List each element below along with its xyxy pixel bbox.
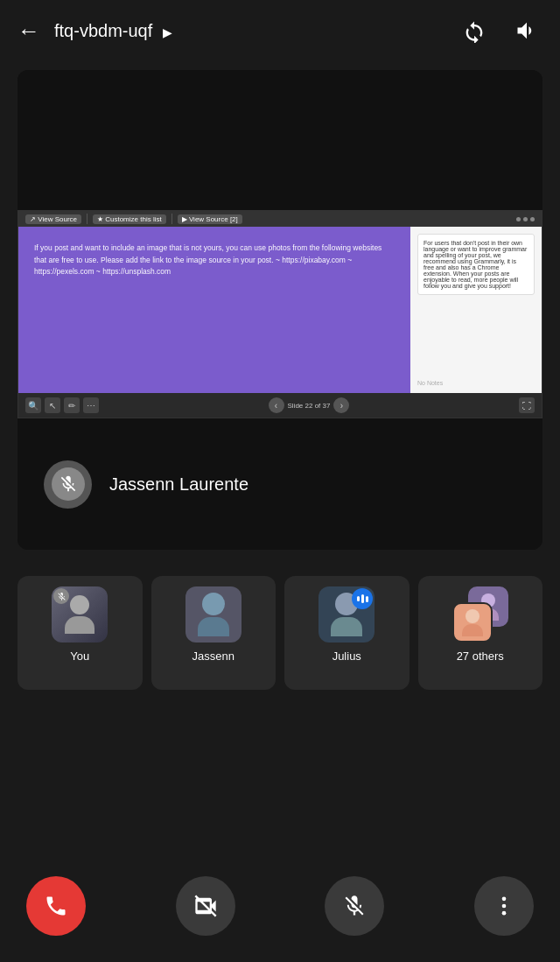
end-call-button[interactable] bbox=[26, 876, 86, 936]
draw-btn[interactable]: ✏ bbox=[64, 397, 80, 413]
header: ← ftq-vbdm-uqf ▶ bbox=[0, 0, 560, 61]
call-title: ftq-vbdm-uqf ▶ bbox=[54, 21, 458, 41]
slide-sidebar: For users that don't post in their own l… bbox=[410, 227, 542, 393]
participant-avatar-jassenn bbox=[186, 586, 242, 643]
toolbar-separator bbox=[87, 214, 88, 224]
participant-name-julius: Julius bbox=[332, 650, 361, 663]
participant-card-julius[interactable]: Julius bbox=[284, 576, 410, 690]
toolbar-dots bbox=[516, 217, 535, 221]
slide-main: If you post and want to include an image… bbox=[18, 227, 410, 393]
main-video-container: ↗ View Source ★ Customize this list ▶ Vi… bbox=[18, 70, 542, 550]
rotate-camera-button[interactable] bbox=[458, 15, 490, 46]
more-tools-btn[interactable]: ⋯ bbox=[83, 397, 99, 413]
slide-body-text: If you post and want to include an image… bbox=[34, 242, 395, 278]
slide-note-text: For users that don't post in their own l… bbox=[424, 240, 528, 289]
video-top-area bbox=[18, 70, 542, 210]
pointer-btn[interactable]: ↖ bbox=[45, 397, 60, 413]
julius-speaking-badge bbox=[352, 588, 373, 609]
slide-counter: Slide 22 of 37 bbox=[288, 402, 331, 410]
header-icons bbox=[458, 15, 542, 46]
screen-share-area: ↗ View Source ★ Customize this list ▶ Vi… bbox=[18, 210, 542, 418]
fullscreen-btn[interactable]: ⛶ bbox=[519, 397, 535, 413]
svg-point-2 bbox=[502, 904, 507, 909]
participant-name-you: You bbox=[70, 650, 89, 663]
toolbar-btn-2[interactable]: ★ Customize this list bbox=[93, 214, 166, 224]
camera-toggle-button[interactable] bbox=[176, 876, 235, 936]
participant-avatar-julius bbox=[318, 586, 374, 643]
participant-card-you[interactable]: You bbox=[18, 576, 143, 690]
volume-button[interactable] bbox=[511, 15, 542, 46]
participant-name-others: 27 others bbox=[457, 650, 504, 663]
svg-point-3 bbox=[502, 911, 507, 916]
back-button[interactable]: ← bbox=[18, 18, 40, 45]
no-notes-label: No Notes bbox=[417, 380, 535, 386]
slide-navigation: ‹ Slide 22 of 37 › bbox=[269, 397, 350, 413]
toolbar-dot-3 bbox=[530, 217, 535, 221]
toolbar-separator-2 bbox=[172, 214, 172, 224]
toolbar-btn-1[interactable]: ↗ View Source bbox=[25, 214, 81, 224]
screen-share-toolbar: ↗ View Source ★ Customize this list ▶ Vi… bbox=[18, 211, 542, 227]
presenter-avatar bbox=[44, 460, 92, 509]
slide-note-box: For users that don't post in their own l… bbox=[417, 234, 535, 295]
participant-name-jassenn: Jassenn bbox=[192, 650, 234, 663]
footer-controls: 🔍 ↖ ✏ ⋯ bbox=[25, 397, 99, 413]
participant-avatar-others bbox=[452, 586, 508, 643]
participant-avatar-you bbox=[52, 586, 108, 643]
svg-point-1 bbox=[502, 897, 507, 902]
bottom-controls bbox=[0, 859, 560, 962]
participant-card-jassenn[interactable]: Jassenn bbox=[151, 576, 276, 690]
toolbar-dot-1 bbox=[516, 217, 521, 221]
prev-slide-btn[interactable]: ‹ bbox=[269, 397, 284, 413]
mic-toggle-button[interactable] bbox=[325, 876, 384, 936]
more-options-button[interactable] bbox=[474, 876, 534, 936]
toolbar-dot-2 bbox=[523, 217, 528, 221]
title-chevron-icon[interactable]: ▶ bbox=[163, 25, 172, 39]
screen-share-footer: 🔍 ↖ ✏ ⋯ ‹ Slide 22 of 37 › ⛶ bbox=[18, 393, 542, 418]
participants-strip: You Jassenn Julius bbox=[0, 558, 560, 707]
slide-content: If you post and want to include an image… bbox=[18, 227, 542, 393]
presenter-name: Jassenn Laurente bbox=[109, 474, 248, 495]
zoom-out-btn[interactable]: 🔍 bbox=[25, 397, 41, 413]
presenter-mic-muted-icon bbox=[52, 467, 85, 501]
participant-card-others[interactable]: 27 others bbox=[418, 576, 543, 690]
next-slide-btn[interactable]: › bbox=[333, 397, 349, 413]
presenter-area: Jassenn Laurente bbox=[18, 418, 542, 550]
toolbar-btn-3[interactable]: ▶ View Source [2] bbox=[178, 214, 242, 224]
